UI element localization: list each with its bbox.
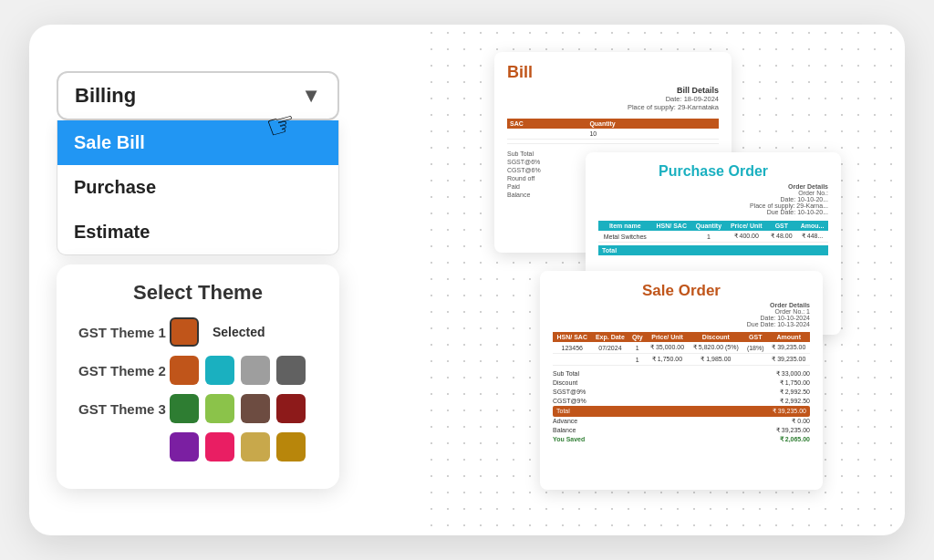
theme-group-3: GST Theme 3	[78, 394, 317, 423]
color-swatch-purple[interactable]	[170, 432, 199, 461]
sale-order-details: Order Details	[553, 302, 810, 308]
sale-duedate: Due Date: 10-13-2024	[553, 321, 810, 327]
theme-1-label: GST Theme 1	[78, 325, 170, 340]
po-duedate: Due Date: 10-10-20...	[598, 209, 828, 215]
color-swatch-orange[interactable]	[170, 317, 199, 347]
theme-2-colors	[170, 356, 306, 385]
theme-group-2: GST Theme 2	[78, 356, 317, 385]
sale-total-subtotal: Sub Total₹ 33,000.00	[553, 369, 810, 379]
bill-details-title: Bill Details	[507, 86, 719, 95]
color-swatch-darkgold[interactable]	[276, 432, 306, 461]
po-order-details: Order Details	[598, 183, 828, 190]
table-row: 10	[507, 129, 719, 140]
color-swatch-brown2[interactable]	[241, 394, 270, 423]
sale-date: Date: 10-10-2024	[553, 315, 810, 321]
bill-date: Date: 18-09-2024	[507, 95, 719, 103]
theme-1-colors: Selected	[170, 317, 265, 347]
sale-total-total: Total₹ 39,235.00	[553, 406, 810, 417]
sale-totals: Sub Total₹ 33,000.00 Discount₹ 1,750.00 …	[553, 369, 810, 444]
bill-table: SAC Quantity 10	[507, 119, 719, 144]
sale-total-discount: Discount₹ 1,750.00	[553, 379, 810, 388]
po-order-no: Order No.:	[598, 190, 828, 196]
po-total-row: Total	[598, 245, 828, 255]
main-container: Billing ▼ ☞ Sale Bill Purchase Estimate …	[29, 25, 905, 535]
purchase-title: Purchase Order	[598, 163, 828, 180]
po-place: Place of supply: 29-Karna...	[598, 202, 828, 209]
right-panel: Bill Bill Details Date: 18-09-2024 Place…	[467, 52, 887, 517]
dropdown-list: Sale Bill Purchase Estimate	[57, 120, 339, 255]
selected-label: Selected	[213, 325, 265, 339]
color-swatch-lime[interactable]	[205, 394, 234, 423]
bill-col-sac: SAC	[507, 119, 586, 129]
left-panel: Billing ▼ ☞ Sale Bill Purchase Estimate …	[57, 71, 440, 489]
theme-group-extra	[78, 432, 317, 461]
sale-total-cgst: CGST@9%₹ 2,992.50	[553, 397, 810, 406]
color-swatch-gray[interactable]	[241, 356, 270, 385]
color-swatch-darkred[interactable]	[276, 394, 306, 423]
color-swatch-pink[interactable]	[205, 432, 234, 461]
theme-panel: Select Theme GST Theme 1 Selected GST Th…	[57, 264, 339, 489]
theme-3-label: GST Theme 3	[78, 401, 170, 417]
sale-total-saved: You Saved₹ 2,065.00	[553, 435, 810, 444]
color-swatch-brown[interactable]	[170, 356, 199, 385]
table-row	[507, 140, 719, 144]
po-date: Date: 10-10-20...	[598, 196, 828, 202]
color-swatch-green[interactable]	[170, 394, 199, 423]
sale-total-advance: Advance₹ 0.00	[553, 417, 810, 426]
theme-group-1: GST Theme 1 Selected	[78, 317, 317, 347]
color-swatch-teal[interactable]	[205, 356, 234, 385]
billing-dropdown[interactable]: Billing ▼	[57, 71, 339, 120]
chevron-down-icon: ▼	[301, 84, 321, 108]
sale-title: Sale Order	[553, 282, 810, 300]
color-swatch-gold[interactable]	[241, 432, 270, 461]
bill-col-qty: Quantity	[586, 119, 719, 129]
dropdown-item-estimate[interactable]: Estimate	[57, 210, 338, 254]
dropdown-item-purchase[interactable]: Purchase	[57, 165, 338, 210]
theme-3-colors	[170, 394, 306, 423]
dropdown-label: Billing	[75, 84, 136, 108]
bill-place: Place of supply: 29-Karnataka	[507, 103, 719, 111]
bill-title: Bill	[507, 63, 719, 82]
sale-order-document: Sale Order Order Details Order No.: 1 Da…	[540, 271, 823, 490]
sale-total-balance: Balance₹ 39,235.00	[553, 426, 810, 435]
theme-2-label: GST Theme 2	[78, 363, 170, 379]
po-table: Item name HSN/ SAC Quantity Price/ Unit …	[598, 221, 828, 243]
table-row: Metal Switches 1 ₹ 400.00 ₹ 48.00 ₹ 448.…	[598, 231, 828, 243]
theme-panel-title: Select Theme	[78, 281, 317, 305]
table-row: 1 ₹ 1,750.00 ₹ 1,985.00 ₹ 39,235.00	[553, 354, 810, 366]
sale-order-no: Order No.: 1	[553, 308, 810, 315]
sale-table: HSN/ SAC Exp. Date Qty Price/ Unit Disco…	[553, 332, 810, 366]
table-row: 123456 07/2024 1 ₹ 35,000.00 ₹ 5,820.00 …	[553, 342, 810, 354]
sale-total-sgst: SGST@9%₹ 2,992.50	[553, 388, 810, 397]
color-swatch-darkgray[interactable]	[276, 356, 306, 385]
theme-extra-colors	[170, 432, 306, 461]
